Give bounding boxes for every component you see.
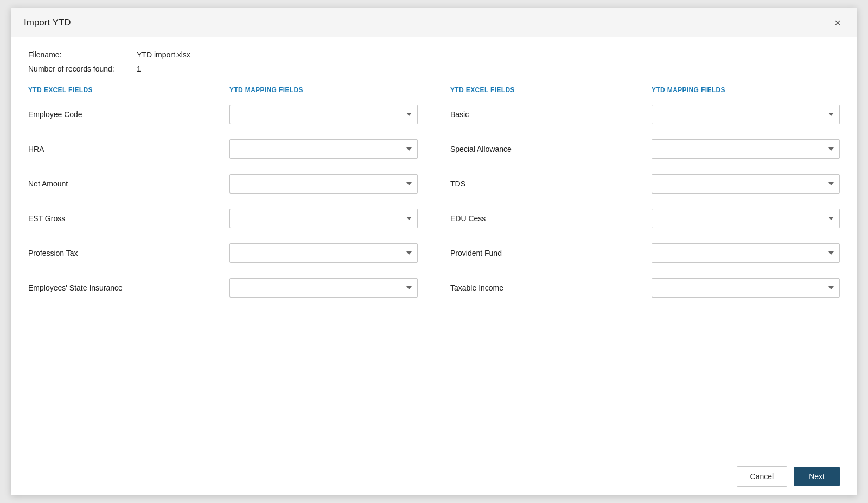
left-mapping-header: YTD MAPPING FIELDS bbox=[229, 86, 418, 94]
filename-value: YTD import.xlsx bbox=[137, 50, 190, 59]
left-excel-header: YTD EXCEL FIELDS bbox=[28, 86, 216, 94]
left-field-select-5[interactable] bbox=[229, 278, 418, 298]
filename-label: Filename: bbox=[28, 50, 137, 59]
right-field-select-1[interactable] bbox=[652, 139, 840, 159]
right-field-row: Taxable Income bbox=[450, 278, 840, 298]
records-value: 1 bbox=[137, 65, 141, 73]
left-field-row: Employees' State Insurance bbox=[28, 278, 418, 298]
dialog-footer: Cancel Next bbox=[11, 457, 857, 495]
import-ytd-dialog: Import YTD × Filename: YTD import.xlsx N… bbox=[11, 8, 857, 495]
left-field-label-5: Employees' State Insurance bbox=[28, 283, 216, 292]
left-field-select-1[interactable] bbox=[229, 139, 418, 159]
right-column-headers: YTD EXCEL FIELDS YTD MAPPING FIELDS bbox=[450, 86, 840, 94]
right-field-select-0[interactable] bbox=[652, 105, 840, 124]
right-field-label-1: Special Allowance bbox=[450, 145, 639, 153]
next-button[interactable]: Next bbox=[794, 467, 840, 486]
right-field-select-2[interactable] bbox=[652, 174, 840, 194]
left-field-select-0[interactable] bbox=[229, 105, 418, 124]
left-column-pair: YTD EXCEL FIELDS YTD MAPPING FIELDS Empl… bbox=[28, 86, 418, 313]
left-field-label-4: Profession Tax bbox=[28, 249, 216, 257]
left-field-select-2[interactable] bbox=[229, 174, 418, 194]
left-column-headers: YTD EXCEL FIELDS YTD MAPPING FIELDS bbox=[28, 86, 418, 94]
fields-section: YTD EXCEL FIELDS YTD MAPPING FIELDS Empl… bbox=[28, 86, 840, 313]
right-field-label-5: Taxable Income bbox=[450, 283, 639, 292]
right-field-label-0: Basic bbox=[450, 110, 639, 119]
left-field-row: Profession Tax bbox=[28, 243, 418, 263]
right-field-label-3: EDU Cess bbox=[450, 214, 639, 223]
left-field-select-3[interactable] bbox=[229, 209, 418, 228]
left-field-select-4[interactable] bbox=[229, 243, 418, 263]
dialog-body: Filename: YTD import.xlsx Number of reco… bbox=[11, 37, 857, 457]
right-field-row: Special Allowance bbox=[450, 139, 840, 159]
records-row: Number of records found: 1 bbox=[28, 65, 840, 73]
left-field-row: Employee Code bbox=[28, 105, 418, 124]
right-field-select-4[interactable] bbox=[652, 243, 840, 263]
left-field-label-1: HRA bbox=[28, 145, 216, 153]
close-button[interactable]: × bbox=[831, 16, 844, 29]
records-label: Number of records found: bbox=[28, 65, 137, 73]
left-field-label-3: EST Gross bbox=[28, 214, 216, 223]
right-column-pair: YTD EXCEL FIELDS YTD MAPPING FIELDS Basi… bbox=[450, 86, 840, 313]
dialog-title: Import YTD bbox=[24, 17, 71, 28]
right-mapping-header: YTD MAPPING FIELDS bbox=[652, 86, 840, 94]
right-field-select-3[interactable] bbox=[652, 209, 840, 228]
left-field-row: EST Gross bbox=[28, 209, 418, 228]
cancel-button[interactable]: Cancel bbox=[737, 466, 788, 487]
right-field-row: TDS bbox=[450, 174, 840, 194]
left-field-label-2: Net Amount bbox=[28, 179, 216, 188]
right-field-select-5[interactable] bbox=[652, 278, 840, 298]
left-field-label-0: Employee Code bbox=[28, 110, 216, 119]
right-fields-container: BasicSpecial AllowanceTDSEDU CessProvide… bbox=[450, 105, 840, 313]
right-field-row: Basic bbox=[450, 105, 840, 124]
right-excel-header: YTD EXCEL FIELDS bbox=[450, 86, 639, 94]
right-field-row: EDU Cess bbox=[450, 209, 840, 228]
right-field-row: Provident Fund bbox=[450, 243, 840, 263]
dialog-header: Import YTD × bbox=[11, 8, 857, 37]
left-field-row: HRA bbox=[28, 139, 418, 159]
left-fields-container: Employee CodeHRANet AmountEST GrossProfe… bbox=[28, 105, 418, 313]
right-field-label-4: Provident Fund bbox=[450, 249, 639, 257]
filename-row: Filename: YTD import.xlsx bbox=[28, 50, 840, 59]
left-field-row: Net Amount bbox=[28, 174, 418, 194]
right-field-label-2: TDS bbox=[450, 179, 639, 188]
